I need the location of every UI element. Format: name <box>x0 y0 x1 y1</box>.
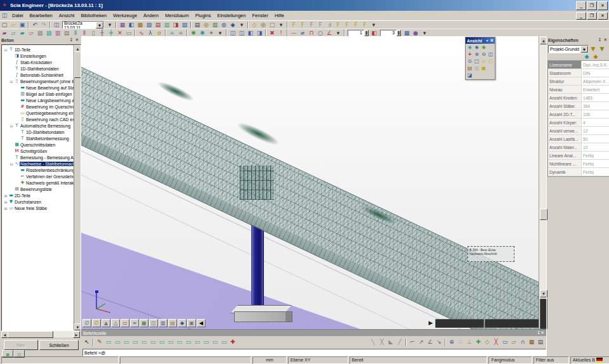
dir-mode-icon[interactable]: ⌐ <box>408 338 417 346</box>
select-cursor-icon[interactable]: ↖ <box>82 338 91 346</box>
beam-type-icon[interactable]: ▭ <box>148 338 157 346</box>
polyline-mode-icon[interactable]: ╳ <box>377 338 386 346</box>
property-row[interactable]: Anzahl 2D-T...106 <box>548 110 609 119</box>
tree-vertical-scrollbar[interactable]: ▲ ▼ <box>74 45 81 330</box>
wireframe-icon[interactable]: ▥ <box>473 65 480 72</box>
spline-mode-icon[interactable]: ╱ <box>395 338 404 346</box>
tree-item[interactable]: TBemessung - Bemessung As,e <box>3 154 81 160</box>
menu-item-bibliotheken[interactable]: Bibliotheken <box>77 11 110 20</box>
expand-toggle-icon[interactable]: ⊞ <box>3 193 8 198</box>
expand-toggle-icon[interactable]: ⊞ <box>3 206 8 211</box>
pin-icon[interactable]: ↧ <box>69 37 74 42</box>
arc-mode-icon[interactable]: ◣ <box>386 338 395 346</box>
tree-item[interactable]: ∫Stab-Knickdaten <box>3 59 81 65</box>
element-annotation-label[interactable]: B 364 - Bew.-Entw. Nachweis Abschnitt <box>468 246 514 262</box>
expand-toggle-icon[interactable]: ⊟ <box>9 79 14 84</box>
section-view-icon[interactable]: ▭ <box>121 319 129 327</box>
view-front-icon[interactable]: ◈ <box>473 44 480 51</box>
tree-horizontal-scrollbar[interactable]: ◀ ▶ <box>1 331 80 337</box>
expand-toggle-icon[interactable]: ⊟ <box>9 124 14 128</box>
tree-item[interactable]: ▬Neue Längsbewehrung auf <box>3 97 81 103</box>
shade-icon[interactable]: ▣ <box>480 65 487 72</box>
menu-item-plugins[interactable]: Plugins <box>192 11 214 20</box>
property-row[interactable]: Anzahl Knoten:1483 <box>548 94 609 102</box>
snap-midpoint-icon[interactable]: ◇ <box>483 338 492 346</box>
expand-toggle-icon[interactable]: ⊞ <box>3 200 8 204</box>
snap-arc-icon[interactable]: ∩ <box>518 338 527 346</box>
tree-item[interactable]: ⊟▯Bewehrungsentwurf (ohne Be <box>3 78 81 84</box>
tree-item[interactable]: T1D-Stahlbetondaten <box>3 129 81 135</box>
tree-item[interactable]: ∫Betonstab-Schlankheit <box>3 72 81 78</box>
tree-item[interactable]: ▥Bügel auf Stab einfügen <box>3 91 81 97</box>
property-row[interactable]: Lineare Anal...Fertig <box>548 152 609 160</box>
tree-item[interactable]: ✚Nachweis gemäß Interaktio <box>3 179 81 186</box>
menu-item--ndern[interactable]: Ändern <box>140 11 162 20</box>
menu-item-hilfe[interactable]: Hilfe <box>272 11 287 20</box>
property-row[interactable]: Nichtlineare ...Fertig <box>548 160 609 168</box>
tree-item[interactable]: MSchnittgrößen <box>3 148 81 154</box>
mdi-child-icon[interactable]: ◫ <box>0 11 9 20</box>
menu-item-einstellungen[interactable]: Einstellungen <box>214 11 249 20</box>
property-row[interactable]: Anzahl Lastfä...50 <box>548 135 609 143</box>
close-icon[interactable]: ✕ <box>74 37 80 42</box>
window-view-icon[interactable]: ◫ <box>149 319 158 327</box>
edit-property-icon[interactable]: ✎ <box>606 45 609 53</box>
menu-item-bearbeiten[interactable]: Bearbeiten <box>27 11 56 20</box>
snap-settings-icon[interactable]: ▤ <box>536 338 545 346</box>
pin-icon[interactable]: ↧ <box>597 37 603 42</box>
scale-spinner[interactable]: 1 ▲▼ <box>348 30 369 37</box>
clipping-box-icon[interactable]: ∅ <box>82 319 91 327</box>
list-view-icon[interactable]: ▤ <box>168 319 177 327</box>
clipping-plane-icon[interactable]: ∅ <box>92 319 101 327</box>
scroll-right-icon[interactable]: ▶ <box>73 331 80 338</box>
snap-surface-icon[interactable]: ▦ <box>527 338 536 346</box>
close-icon[interactable]: ✕ <box>540 330 544 335</box>
view-top-icon[interactable]: ◈ <box>480 44 487 51</box>
property-row[interactable]: StaatsnormDIN <box>548 69 609 77</box>
beam-type-icon[interactable]: ▭ <box>131 338 140 346</box>
fill-view-icon[interactable]: ▣ <box>187 319 196 327</box>
beam-type-icon[interactable]: ▭ <box>193 338 202 346</box>
property-row[interactable]: StrukturAllgemein X... <box>548 77 609 86</box>
step-spinner[interactable]: 3 ▲▼ <box>380 30 401 37</box>
close-button[interactable]: ✕ <box>598 1 608 10</box>
tree-item[interactable]: ▬Neue Bewehrung auf Stab <box>3 84 81 91</box>
beam-type-icon[interactable]: ▭ <box>211 338 219 346</box>
spinner-arrows-icon[interactable]: ▲▼ <box>364 30 369 36</box>
palette-close-icon[interactable]: ✕ <box>490 38 494 43</box>
beam-type-icon[interactable]: ▭ <box>175 338 184 346</box>
render-icon[interactable]: ▤ <box>466 65 473 72</box>
tree-item[interactable]: #Bewehrung im Querschnitt <box>3 103 81 110</box>
snap-perpendicular-icon[interactable]: ⊥ <box>465 338 474 346</box>
property-row[interactable]: Anzahl Körper:4 <box>548 119 609 127</box>
status-snap-mode[interactable]: Fangmodus <box>488 356 532 364</box>
axis-icon[interactable]: + <box>466 51 473 58</box>
vector-mode-icon[interactable]: ↗ <box>417 338 426 346</box>
draw-icon[interactable]: ✎ <box>95 338 104 346</box>
scale-spinner-value[interactable]: 1 <box>348 30 364 37</box>
beam-type-icon[interactable]: ▭ <box>184 338 193 346</box>
tree-item[interactable]: ⌐Verfahren der Grenzdehnu <box>3 173 81 179</box>
line-mode-icon[interactable]: ╲ <box>369 338 377 346</box>
menu-item-werkzeuge[interactable]: Werkzeuge <box>110 11 140 20</box>
tree-item[interactable]: ⊞▬2D-Teile <box>3 192 81 198</box>
model-canvas[interactable]: B 364 - Bew.-Entw. Nachweis Abschnitt ▶ … <box>81 36 539 329</box>
beam-type-icon[interactable]: ▭ <box>140 338 148 346</box>
property-row[interactable]: LizenznameDipl.-Ing.S.R. <box>548 61 609 69</box>
minimize-button[interactable]: _ <box>576 1 586 10</box>
view-direction-icon[interactable]: ▲ <box>102 319 110 327</box>
menu-item-datei[interactable]: Datei <box>9 11 27 20</box>
zoom-selection-icon[interactable]: □ <box>473 58 480 65</box>
mdi-restore-button[interactable]: ❐ <box>587 12 597 20</box>
schliessen-button[interactable]: Schließen <box>39 340 79 350</box>
step-spinner-value[interactable]: 3 <box>380 30 396 37</box>
palette-dropdown-icon[interactable]: ▼ <box>485 39 490 42</box>
zoom-window-icon[interactable]: ◫ <box>487 51 494 58</box>
mdi-close-button[interactable]: ✕ <box>598 12 608 20</box>
hatch-view-icon[interactable]: ▥ <box>159 319 167 327</box>
mdi-minimize-button[interactable]: _ <box>576 12 586 20</box>
tree-item[interactable]: ⊞▭Neue freie Stäbe <box>3 205 81 211</box>
menu-item-ansicht[interactable]: Ansicht <box>56 11 78 20</box>
tree-item[interactable]: ▯Bewehrung nach CAD expo <box>3 116 81 122</box>
menu-item-fenster[interactable]: Fenster <box>249 11 271 20</box>
